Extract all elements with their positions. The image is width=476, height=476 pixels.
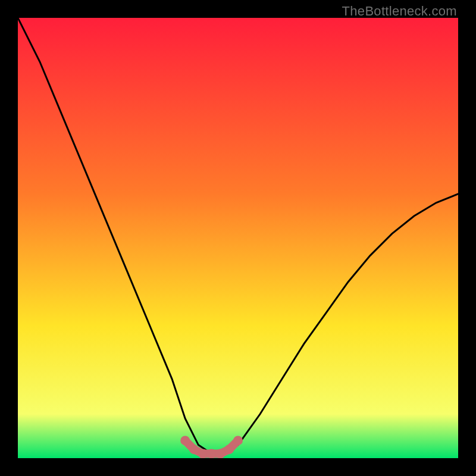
optimal-band-marker: [215, 449, 225, 458]
optimal-band-marker: [233, 436, 243, 445]
chart-frame: TheBottleneck.com: [0, 0, 476, 476]
optimal-band-marker: [224, 444, 234, 454]
watermark-text: TheBottleneck.com: [342, 4, 457, 19]
bottleneck-plot: [18, 18, 458, 458]
gradient-background: [18, 18, 458, 458]
optimal-band-marker: [198, 449, 208, 458]
optimal-band-marker: [189, 444, 199, 454]
optimal-band-marker: [207, 449, 217, 458]
optimal-band-marker: [180, 436, 190, 445]
